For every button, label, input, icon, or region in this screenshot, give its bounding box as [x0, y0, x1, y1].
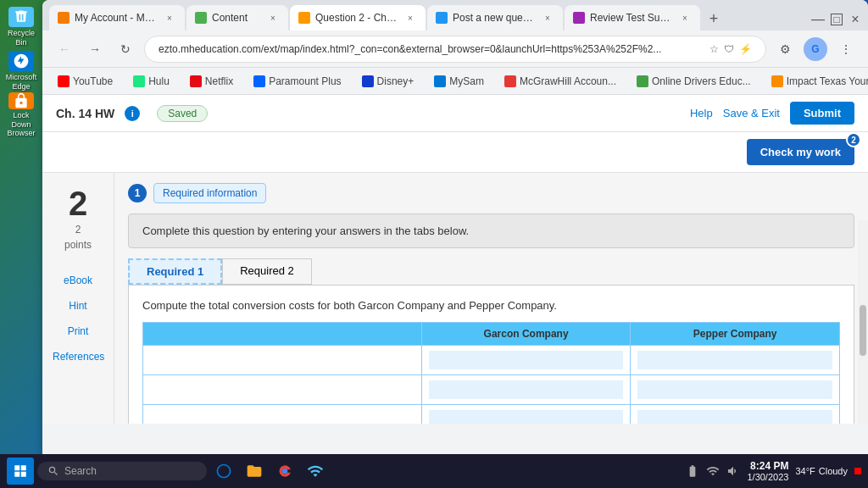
taskbar-network-icon[interactable] [302, 458, 329, 485]
saved-badge: Saved [157, 105, 208, 122]
address-input[interactable]: ezto.mheducation.com/ext/map/index.html?… [144, 36, 766, 63]
row0-garcon-input[interactable] [429, 351, 624, 369]
question-area: 2 2 points eBook Hint Print References 1… [42, 173, 868, 424]
taskbar-file-explorer-icon[interactable] [241, 458, 268, 485]
right-scrollbar[interactable] [858, 220, 868, 424]
tab-required1[interactable]: Required 1 [128, 258, 222, 285]
back-button[interactable]: ← [53, 37, 76, 61]
sidebar-hint[interactable]: Hint [49, 297, 107, 315]
new-tab-button[interactable]: + [702, 7, 726, 30]
tab-myaccount-close[interactable]: × [163, 11, 176, 25]
bookmark-mcgrawhill[interactable]: McGrawHill Accoun... [499, 74, 621, 89]
points-label: points [64, 239, 92, 251]
table-row [143, 375, 840, 405]
tab-question2[interactable]: Question 2 - Ch. 14... × [290, 5, 426, 30]
tab-review-title: Review Test Submi... [590, 12, 673, 24]
app-header: Ch. 14 HW i Saved Help Save & Exit Submi… [42, 95, 868, 132]
tab-review-close[interactable]: × [678, 11, 692, 25]
more-options-button[interactable]: ⋮ [834, 37, 858, 61]
help-button[interactable]: Help [690, 107, 713, 119]
sidebar-references[interactable]: References [49, 347, 107, 366]
extensions-button[interactable]: ⚙ [773, 37, 797, 61]
row1-pepper [631, 375, 840, 405]
row0-label [143, 346, 422, 375]
tab-content-close[interactable]: × [266, 11, 280, 25]
address-bar-row: ← → ↻ ezto.mheducation.com/ext/map/index… [42, 30, 868, 68]
tab-content-title: Content [212, 12, 248, 24]
bookmark-drivers[interactable]: Online Drivers Educ... [632, 74, 756, 89]
bookmark-mcgrawhill-label: McGrawHill Accoun... [520, 75, 616, 87]
bookmark-youtube[interactable]: YouTube [53, 74, 118, 89]
recycle-bin-label: Recycle Bin [3, 29, 39, 47]
tab-myaccount[interactable]: My Account - MyS... × [49, 5, 185, 30]
row1-pepper-input[interactable] [637, 380, 832, 399]
weather-desc: Cloudy [819, 466, 848, 476]
app-info-icon[interactable]: i [125, 106, 140, 121]
bookmark-star-icon[interactable]: ☆ [709, 43, 719, 55]
app-title: Ch. 14 HW [56, 107, 114, 120]
address-icons: ☆ 🛡 ⚡ [709, 43, 752, 55]
bookmark-impact-label: Impact Texas Young... [787, 75, 868, 87]
required-info-tag[interactable]: Required information [153, 183, 266, 203]
wifi-icon [706, 464, 720, 478]
time-display: 8:24 PM 1/30/2023 [747, 460, 788, 482]
minimize-button[interactable]: — [812, 14, 824, 25]
tab-postnew-close[interactable]: × [541, 11, 554, 25]
tab-question2-close[interactable]: × [403, 11, 417, 25]
sidebar-ebook[interactable]: eBook [49, 271, 107, 290]
row0-garcon [421, 346, 631, 375]
tab-review[interactable]: Review Test Submi... × [565, 5, 700, 30]
submit-button[interactable]: Submit [790, 102, 854, 125]
bookmark-paramount-label: Paramount Plus [269, 75, 341, 87]
sidebar-print[interactable]: Print [49, 322, 107, 341]
required-info-number: 1 [128, 184, 147, 202]
tab-required2[interactable]: Required 2 [222, 258, 312, 285]
row2-pepper-input[interactable] [637, 410, 832, 424]
maximize-button[interactable]: □ [831, 14, 843, 25]
row2-pepper [631, 405, 840, 424]
table-header-pepper: Pepper Company [631, 323, 840, 346]
desktop-icons: Recycle Bin Microsoft Edge Lock Down Bro… [0, 0, 42, 454]
scroll-thumb[interactable] [860, 305, 866, 356]
content-panel: Compute the total conversion costs for b… [128, 285, 854, 424]
edge-icon[interactable]: Microsoft Edge [3, 51, 39, 92]
volume-icon [726, 464, 740, 478]
shield-icon: 🛡 [724, 43, 734, 55]
extension-icon[interactable]: ⚡ [739, 43, 752, 55]
row0-pepper-input[interactable] [637, 351, 832, 369]
bookmark-hulu-label: Hulu [148, 75, 170, 87]
profile-button[interactable]: G [804, 37, 827, 61]
recycle-bin-icon[interactable]: Recycle Bin [3, 7, 39, 47]
taskbar-search-label: Search [64, 465, 97, 477]
tab-content[interactable]: Content × [186, 5, 288, 30]
lockdown-icon[interactable]: Lock Down Browser [3, 95, 39, 136]
bookmark-paramount[interactable]: Paramount Plus [248, 74, 346, 89]
row2-garcon-input[interactable] [429, 410, 624, 424]
bookmark-youtube-label: YouTube [73, 75, 113, 87]
save-exit-button[interactable]: Save & Exit [723, 107, 780, 119]
main-content: 1 Required information Complete this que… [114, 173, 868, 424]
taskbar-search[interactable]: Search [37, 462, 207, 480]
bookmark-disney[interactable]: Disney+ [357, 74, 420, 89]
bookmark-mysam[interactable]: MySam [429, 74, 489, 89]
check-work-button[interactable]: Check my work 2 [747, 139, 854, 165]
taskbar-edge-icon[interactable] [210, 458, 237, 485]
row1-garcon-input[interactable] [429, 380, 624, 399]
row1-garcon [421, 375, 631, 405]
start-button[interactable] [7, 458, 34, 485]
refresh-button[interactable]: ↻ [114, 37, 137, 61]
close-button[interactable]: × [849, 14, 861, 25]
row0-pepper [631, 346, 840, 375]
tab-postnew-title: Post a new questio... [453, 12, 536, 24]
forward-button[interactable]: → [83, 37, 107, 61]
bookmark-impact[interactable]: Impact Texas Young... [766, 74, 868, 89]
bookmark-netflix[interactable]: Netflix [185, 74, 238, 89]
bookmark-disney-label: Disney+ [377, 75, 415, 87]
weather-temp: 34°F [795, 466, 815, 476]
tab-postnew[interactable]: Post a new questio... × [427, 5, 563, 30]
taskbar-chrome-icon[interactable] [271, 458, 298, 485]
left-sidebar: 2 2 points eBook Hint Print References [42, 173, 114, 424]
address-text: ezto.mheducation.com/ext/map/index.html?… [159, 43, 709, 55]
bookmark-hulu[interactable]: Hulu [128, 74, 175, 89]
required-info-alert: 1 Required information [128, 183, 854, 203]
